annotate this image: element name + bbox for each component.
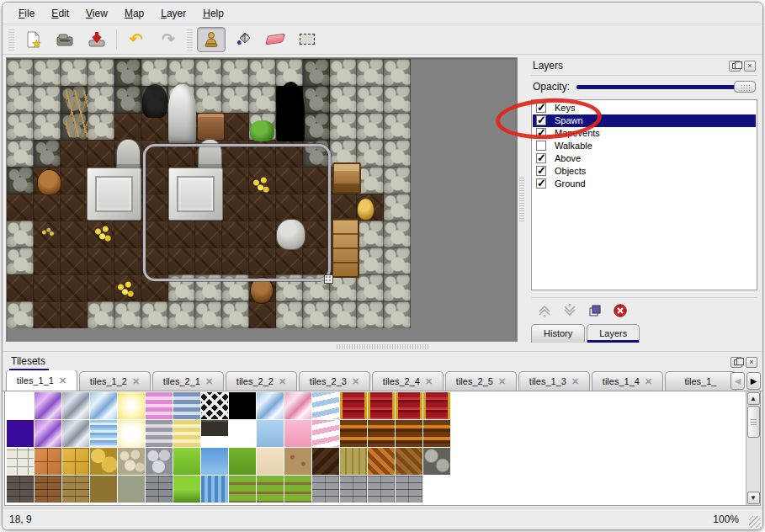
map-object-gravestone[interactable] bbox=[116, 139, 141, 169]
palette-tile-crystal-gray[interactable] bbox=[62, 392, 89, 419]
close-panel-button[interactable]: × bbox=[744, 61, 756, 72]
palette-tile-empty[interactable] bbox=[229, 420, 256, 447]
eraser-tool-button[interactable] bbox=[261, 27, 290, 52]
map-tile[interactable] bbox=[7, 59, 34, 86]
layer-row-mapevents[interactable]: Mapevents bbox=[533, 127, 756, 140]
map-tile[interactable] bbox=[249, 59, 276, 86]
map-tile[interactable] bbox=[34, 194, 61, 221]
map-tile[interactable] bbox=[34, 59, 61, 86]
map-canvas[interactable] bbox=[6, 57, 518, 342]
select-tool-button[interactable] bbox=[293, 27, 321, 52]
menu-map[interactable]: Map bbox=[117, 5, 151, 22]
palette-tile-sign[interactable] bbox=[201, 420, 228, 447]
layer-visibility-checkbox[interactable] bbox=[536, 166, 546, 176]
map-object-flowers[interactable] bbox=[116, 280, 135, 300]
map-tile[interactable] bbox=[7, 113, 34, 140]
map-tile[interactable] bbox=[384, 167, 411, 194]
palette-tile-grass-hedge[interactable] bbox=[173, 476, 200, 503]
layer-visibility-checkbox[interactable] bbox=[536, 128, 546, 138]
layer-visibility-checkbox[interactable] bbox=[536, 115, 546, 125]
map-tile[interactable] bbox=[195, 59, 222, 86]
palette-tile-empty[interactable] bbox=[7, 392, 34, 419]
map-tile[interactable] bbox=[168, 59, 195, 86]
palette-tile-stripes-yellow[interactable] bbox=[173, 420, 200, 447]
map-object-bush[interactable] bbox=[250, 120, 274, 141]
map-tile[interactable] bbox=[7, 221, 34, 247]
map-tile[interactable] bbox=[34, 113, 61, 140]
menu-layer[interactable]: Layer bbox=[153, 5, 194, 22]
menu-help[interactable]: Help bbox=[195, 5, 231, 22]
menu-file[interactable]: File bbox=[11, 5, 42, 22]
palette-tile-crystal-pink[interactable] bbox=[284, 392, 311, 419]
map-object-brazier[interactable] bbox=[37, 169, 61, 195]
map-tile[interactable] bbox=[61, 301, 88, 328]
stamp-tool-button[interactable] bbox=[197, 27, 226, 52]
map-tile[interactable] bbox=[34, 86, 61, 113]
map-tile[interactable] bbox=[88, 86, 114, 113]
map-tile[interactable] bbox=[195, 86, 222, 113]
map-object-dry-branch[interactable] bbox=[66, 90, 88, 137]
map-tile[interactable] bbox=[303, 86, 330, 113]
palette-tile-brick-gray2[interactable] bbox=[340, 476, 367, 503]
map-tile[interactable] bbox=[61, 59, 88, 86]
open-map-button[interactable] bbox=[50, 27, 79, 52]
map-tile[interactable] bbox=[7, 247, 34, 274]
palette-tile-brick-gray2[interactable] bbox=[396, 476, 422, 503]
palette-tile-tiles-gold[interactable] bbox=[62, 448, 89, 475]
map-object-gold-pot[interactable] bbox=[357, 198, 375, 221]
toolbar-drag-handle[interactable] bbox=[8, 29, 14, 51]
palette-tile-stripes-orange[interactable] bbox=[423, 420, 450, 447]
tileset-tab-tiles_1_2[interactable]: tiles_1_2✕ bbox=[79, 371, 151, 391]
map-tile[interactable] bbox=[384, 86, 411, 113]
map-object-cave-arch[interactable] bbox=[277, 82, 305, 141]
map-object-door[interactable] bbox=[87, 168, 141, 221]
palette-tile-brick-tan[interactable] bbox=[62, 476, 89, 503]
new-map-button[interactable]: ★ bbox=[19, 27, 47, 52]
float-panel-button[interactable] bbox=[729, 61, 741, 72]
palette-tile-herringbone[interactable] bbox=[396, 448, 422, 475]
close-tab-icon[interactable]: ✕ bbox=[279, 376, 286, 387]
dock-tab-layers[interactable]: Layers bbox=[587, 324, 640, 343]
map-tile[interactable] bbox=[88, 247, 114, 274]
palette-tile-lattice[interactable] bbox=[201, 392, 228, 419]
map-tile[interactable] bbox=[141, 59, 168, 86]
map-tile[interactable] bbox=[61, 167, 88, 194]
duplicate-layer-button[interactable] bbox=[587, 302, 603, 319]
map-tile[interactable] bbox=[88, 274, 114, 301]
palette-tile-brick-gray[interactable] bbox=[146, 476, 173, 503]
map-tile[interactable] bbox=[330, 86, 357, 113]
palette-tile-blocks-brown[interactable] bbox=[90, 476, 117, 503]
map-tile[interactable] bbox=[7, 194, 34, 221]
scroll-up-button[interactable]: ▲ bbox=[747, 392, 760, 405]
map-tile[interactable] bbox=[114, 113, 141, 140]
palette-tile-planks[interactable] bbox=[340, 448, 367, 475]
palette-tile-brick-dark[interactable] bbox=[7, 476, 34, 503]
map-tile[interactable] bbox=[357, 221, 384, 247]
map-tile[interactable] bbox=[7, 86, 34, 113]
palette-tile-curtain-red[interactable] bbox=[423, 392, 450, 419]
map-selection-rectangle[interactable] bbox=[143, 144, 331, 281]
palette-tile-ribbon-blue[interactable] bbox=[312, 392, 339, 419]
map-object-cabinet[interactable] bbox=[332, 218, 359, 278]
menu-edit[interactable]: Edit bbox=[44, 5, 77, 22]
palette-tile-crystal-blue[interactable] bbox=[257, 392, 284, 419]
palette-tile-stripes-orange[interactable] bbox=[340, 420, 367, 447]
map-tile[interactable] bbox=[357, 86, 384, 113]
palette-tile-tiles-orange[interactable] bbox=[35, 448, 61, 475]
layer-row-objects[interactable]: Objects bbox=[533, 165, 756, 178]
palette-tile-curtain-red[interactable] bbox=[368, 392, 395, 419]
map-tile[interactable] bbox=[330, 59, 357, 86]
map-tile[interactable] bbox=[384, 221, 411, 247]
map-tile[interactable] bbox=[168, 301, 195, 328]
map-tile[interactable] bbox=[249, 301, 276, 328]
opacity-slider[interactable] bbox=[576, 80, 756, 93]
map-tile[interactable] bbox=[195, 301, 222, 328]
delete-layer-button[interactable] bbox=[612, 302, 629, 319]
map-tile[interactable] bbox=[61, 221, 88, 247]
map-tile[interactable] bbox=[114, 59, 141, 86]
map-tile[interactable] bbox=[114, 221, 141, 247]
selection-resize-handle[interactable] bbox=[324, 274, 333, 284]
layer-visibility-checkbox[interactable] bbox=[536, 178, 546, 189]
palette-tile-grass-row[interactable] bbox=[284, 476, 311, 503]
close-tab-icon[interactable]: ✕ bbox=[132, 376, 140, 387]
